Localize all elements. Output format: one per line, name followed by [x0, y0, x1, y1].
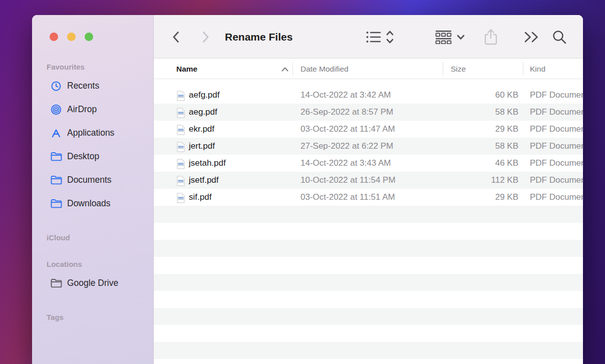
file-kind: PDF Document: [530, 172, 583, 189]
file-kind: PDF Document: [530, 87, 583, 104]
window-title: Rename Files: [225, 15, 292, 59]
pdf-file-icon: [176, 159, 185, 169]
sidebar-item-label: Google Drive: [67, 278, 118, 288]
file-date-modified: 03-Oct-2022 at 11:47 AM: [300, 121, 395, 138]
chevron-down-icon: [457, 34, 465, 40]
folder-icon: [50, 175, 62, 185]
sidebar-section-favourites: Favourites: [47, 63, 153, 71]
sidebar-item-label: Recents: [67, 81, 99, 91]
file-date-modified: 03-Oct-2022 at 11:51 AM: [300, 189, 395, 206]
toolbar: Rename Files: [154, 15, 583, 59]
file-date-modified: 10-Oct-2022 at 11:54 PM: [300, 172, 396, 189]
file-size: 58 KB: [443, 104, 518, 121]
table-row[interactable]: sif.pdf 03-Oct-2022 at 11:51 AM 29 KB PD…: [154, 189, 583, 206]
sidebar-section-tags: Tags: [47, 313, 153, 321]
close-button[interactable]: [50, 33, 58, 41]
sidebar-item-label: AirDrop: [67, 104, 97, 115]
file-date-modified: 14-Oct-2022 at 3:42 AM: [300, 87, 391, 104]
file-size: 60 KB: [443, 87, 518, 104]
share-icon: [483, 29, 498, 46]
appstore-icon: [50, 128, 62, 139]
zoom-button[interactable]: [85, 33, 93, 41]
table-row[interactable]: ekr.pdf 03-Oct-2022 at 11:47 AM 29 KB PD…: [154, 121, 583, 138]
back-button[interactable]: [171, 15, 182, 59]
sidebar: Favourites Recents AirDrop: [32, 15, 154, 364]
column-header-date-modified[interactable]: Date Modified: [300, 59, 349, 79]
file-name: jsetah.pdf: [189, 155, 226, 172]
pdf-file-icon: [176, 193, 185, 203]
sidebar-item-downloads[interactable]: Downloads: [32, 192, 153, 215]
file-name: ekr.pdf: [189, 121, 214, 138]
share-button[interactable]: [483, 15, 498, 59]
sidebar-item-applications[interactable]: Applications: [32, 121, 153, 145]
group-by-button[interactable]: [435, 15, 465, 59]
sidebar-item-google-drive[interactable]: Google Drive: [32, 271, 153, 295]
table-row[interactable]: jsetah.pdf 14-Oct-2022 at 3:43 AM 46 KB …: [154, 155, 583, 172]
sidebar-item-label: Downloads: [67, 198, 111, 209]
column-header-name[interactable]: Name: [176, 59, 197, 79]
chevron-left-icon: [171, 30, 182, 45]
folder-icon: [50, 199, 62, 208]
sidebar-item-recents[interactable]: Recents: [32, 74, 153, 98]
search-icon: [552, 30, 567, 45]
folder-icon: [50, 152, 62, 161]
toolbar-overflow-button[interactable]: [523, 15, 540, 59]
double-chevron-right-icon: [523, 31, 540, 44]
group-by-icon: [435, 30, 452, 44]
column-divider[interactable]: [523, 62, 523, 76]
airdrop-icon: [50, 104, 62, 115]
file-name: aeg.pdf: [189, 104, 217, 121]
sort-ascending-icon: [281, 65, 289, 74]
sidebar-item-airdrop[interactable]: AirDrop: [32, 98, 153, 121]
file-date-modified: 26-Sep-2022 at 8:57 PM: [300, 104, 393, 121]
column-divider[interactable]: [292, 62, 293, 76]
search-button[interactable]: [552, 15, 567, 59]
table-row[interactable]: jert.pdf 27-Sep-2022 at 6:22 PM 58 KB PD…: [154, 138, 583, 155]
file-size: 112 KB: [443, 172, 518, 189]
file-kind: PDF Document: [530, 121, 583, 138]
sidebar-section-icloud: iCloud: [47, 234, 153, 242]
minimize-button[interactable]: [67, 33, 76, 41]
pdf-file-icon: [176, 91, 185, 101]
file-name: aefg.pdf: [189, 87, 219, 104]
table-row[interactable]: aeg.pdf 26-Sep-2022 at 8:57 PM 58 KB PDF…: [154, 104, 583, 121]
sidebar-section-locations: Locations: [47, 260, 153, 268]
list-view-icon: [366, 31, 381, 44]
file-list: aefg.pdf 14-Oct-2022 at 3:42 AM 60 KB PD…: [154, 79, 583, 364]
file-kind: PDF Document: [530, 104, 583, 121]
file-size: 46 KB: [443, 155, 518, 172]
pdf-file-icon: [176, 142, 185, 152]
sidebar-item-documents[interactable]: Documents: [32, 168, 153, 192]
column-divider[interactable]: [443, 62, 443, 76]
sidebar-item-desktop[interactable]: Desktop: [32, 145, 153, 168]
sidebar-item-label: Desktop: [67, 151, 99, 162]
clock-icon: [50, 81, 62, 92]
main-pane: Rename Files: [154, 15, 583, 364]
file-name: sif.pdf: [189, 189, 211, 206]
file-size: 58 KB: [443, 138, 518, 155]
pdf-file-icon: [176, 125, 185, 135]
column-header-size[interactable]: Size: [451, 59, 466, 79]
sort-chevrons-icon: [386, 30, 394, 44]
file-name: jert.pdf: [189, 138, 215, 155]
file-date-modified: 27-Sep-2022 at 6:22 PM: [300, 138, 393, 155]
sidebar-item-label: Documents: [67, 175, 112, 185]
sidebar-item-label: Applications: [67, 128, 114, 138]
file-date-modified: 14-Oct-2022 at 3:43 AM: [300, 155, 391, 172]
file-size: 29 KB: [443, 121, 518, 138]
traffic-lights: [50, 33, 93, 41]
forward-button[interactable]: [200, 15, 211, 59]
list-column-headers: Name Date Modified Size Kind: [154, 59, 583, 79]
table-row[interactable]: aefg.pdf 14-Oct-2022 at 3:42 AM 60 KB PD…: [154, 87, 583, 104]
finder-window: Favourites Recents AirDrop: [32, 15, 583, 364]
file-kind: PDF Document: [530, 138, 583, 155]
pdf-file-icon: [176, 108, 185, 118]
file-size: 29 KB: [443, 189, 518, 206]
file-kind: PDF Document: [530, 155, 583, 172]
file-name: jsetf.pdf: [189, 172, 219, 189]
column-header-kind[interactable]: Kind: [530, 59, 545, 79]
pdf-file-icon: [176, 176, 185, 186]
folder-icon: [50, 278, 62, 288]
table-row[interactable]: jsetf.pdf 10-Oct-2022 at 11:54 PM 112 KB…: [154, 172, 583, 189]
view-switcher-button[interactable]: [366, 15, 394, 59]
